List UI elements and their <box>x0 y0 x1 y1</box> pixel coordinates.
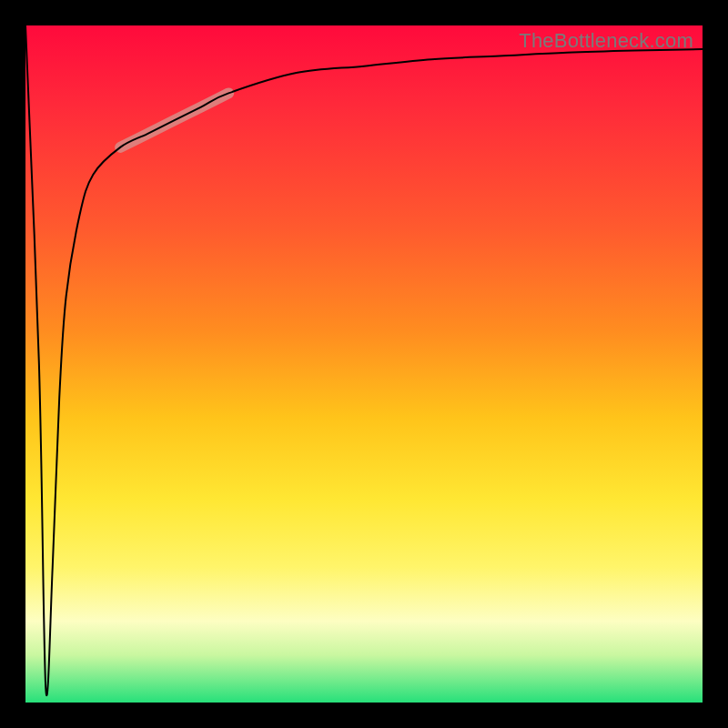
plot-area: TheBottleneck.com <box>25 25 703 703</box>
bottleneck-curve <box>25 25 703 703</box>
curve-line <box>25 25 703 695</box>
chart-frame: TheBottleneck.com <box>0 0 728 728</box>
